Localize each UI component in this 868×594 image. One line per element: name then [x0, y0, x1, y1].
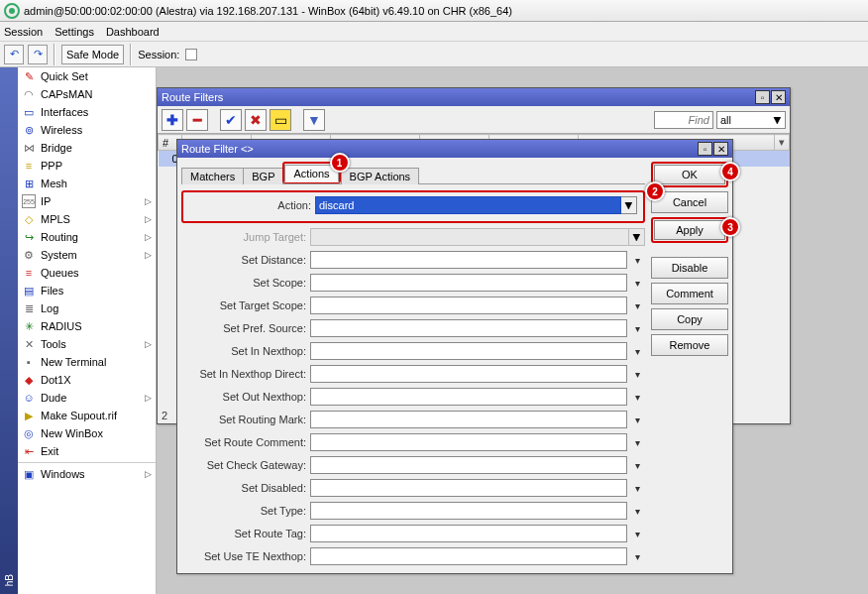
col-menu[interactable]: ▾: [775, 135, 790, 151]
chevron-right-icon: ▷: [145, 196, 152, 206]
sidebar-item-system[interactable]: ⚙System▷: [18, 246, 156, 264]
disable-button[interactable]: Disable: [651, 257, 728, 279]
ok-button[interactable]: OK: [654, 165, 725, 184]
remove-button[interactable]: Remove: [651, 334, 728, 356]
field-input[interactable]: [310, 251, 627, 269]
sidebar-item-ppp[interactable]: ≡PPP: [18, 157, 156, 175]
find-input[interactable]: [654, 111, 713, 129]
expand-field-button[interactable]: ▾: [629, 365, 645, 383]
menu-dashboard[interactable]: Dashboard: [106, 26, 160, 38]
sidebar-item-routing[interactable]: ↪Routing▷: [18, 228, 156, 246]
comment-button[interactable]: ▭: [270, 109, 291, 131]
sidebar-item-dot1x[interactable]: ◆Dot1X: [18, 371, 156, 389]
minimize-icon[interactable]: ▫: [755, 90, 770, 104]
sidebar-item-mesh[interactable]: ⊞Mesh: [18, 175, 156, 192]
remove-button[interactable]: ━: [186, 109, 208, 131]
close-icon[interactable]: ✕: [713, 142, 728, 156]
callout-4: 4: [720, 162, 740, 181]
sidebar-item-new-winbox[interactable]: ◎New WinBox: [18, 424, 156, 442]
action-dropdown-button[interactable]: ⯆: [621, 196, 637, 214]
tab-bgp-actions[interactable]: BGP Actions: [341, 168, 420, 184]
disable-button[interactable]: ✖: [245, 109, 267, 131]
sidebar-item-wireless[interactable]: ⊚Wireless: [18, 121, 156, 139]
session-checkbox[interactable]: [185, 49, 197, 60]
menu-session[interactable]: Session: [4, 26, 43, 38]
sidebar-item-exit[interactable]: ⇤Exit: [18, 442, 156, 460]
sidebar-item-windows[interactable]: ▣Windows▷: [18, 465, 156, 483]
comment-button[interactable]: Comment: [651, 283, 728, 304]
sidebar-item-quick-set[interactable]: ✎Quick Set: [18, 67, 156, 85]
sidebar-item-radius[interactable]: ✳RADIUS: [18, 317, 156, 335]
field-input[interactable]: [310, 297, 627, 314]
expand-field-button[interactable]: ▾: [629, 479, 645, 497]
apply-button[interactable]: Apply: [654, 220, 725, 240]
sidebar-icon: ⇤: [22, 444, 36, 458]
expand-field-button[interactable]: ▾: [629, 433, 645, 451]
undo-button[interactable]: ↶: [4, 45, 24, 64]
action-field[interactable]: discard: [315, 196, 621, 214]
field-input[interactable]: [310, 319, 627, 337]
field-input[interactable]: [310, 388, 627, 406]
expand-field-button[interactable]: ▾: [629, 388, 645, 406]
safe-mode-button[interactable]: Safe Mode: [61, 45, 124, 64]
add-button[interactable]: ✚: [162, 109, 183, 131]
sidebar-item-interfaces[interactable]: ▭Interfaces: [18, 103, 156, 121]
form-row: Set Use TE Nexthop:▾: [181, 546, 645, 566]
form-row: Set Route Tag:▾: [181, 524, 645, 543]
sidebar-item-bridge[interactable]: ⋈Bridge: [18, 139, 156, 157]
sidebar-item-queues[interactable]: ≡Queues: [18, 264, 156, 282]
expand-field-button[interactable]: ▾: [629, 297, 645, 314]
enable-button[interactable]: ✔: [220, 109, 242, 131]
sidebar-label: Dude: [41, 392, 66, 404]
app-title: admin@50:00:00:02:00:00 (Alestra) via 19…: [24, 5, 512, 17]
expand-field-button[interactable]: ▾: [629, 456, 645, 474]
minimize-icon[interactable]: ▫: [698, 142, 712, 156]
session-label: Session:: [138, 49, 179, 60]
chevron-down-icon: ⯆: [773, 115, 782, 125]
dropdown-button[interactable]: ⯆: [629, 228, 645, 246]
sidebar-icon: ↪: [22, 230, 36, 244]
field-input[interactable]: [310, 456, 627, 474]
filter-button[interactable]: ▼: [303, 109, 325, 131]
field-input[interactable]: [310, 274, 627, 292]
expand-field-button[interactable]: ▾: [629, 319, 645, 337]
expand-field-button[interactable]: ▾: [629, 502, 645, 520]
tab-matchers[interactable]: Matchers: [181, 168, 244, 184]
close-icon[interactable]: ✕: [771, 90, 786, 104]
sidebar-item-new-terminal[interactable]: ▪New Terminal: [18, 353, 156, 371]
expand-field-button[interactable]: ▾: [629, 547, 645, 565]
sidebar-icon: ◠: [22, 87, 36, 101]
field-input[interactable]: [310, 411, 627, 428]
field-input[interactable]: [310, 365, 627, 383]
sidebar-item-dude[interactable]: ☺Dude▷: [18, 389, 156, 407]
copy-button[interactable]: Copy: [651, 308, 728, 330]
field-input[interactable]: [310, 479, 627, 497]
field-input[interactable]: [310, 228, 629, 246]
sidebar-label: Log: [41, 302, 58, 314]
field-input[interactable]: [310, 433, 627, 451]
sidebar-item-mpls[interactable]: ◇MPLS▷: [18, 210, 156, 228]
field-input[interactable]: [310, 525, 627, 542]
sidebar-item-ip[interactable]: 255IP▷: [18, 192, 156, 210]
sidebar-label: Files: [41, 285, 63, 297]
filter-combo[interactable]: all ⯆: [716, 111, 786, 129]
sidebar-item-make-supout-rif[interactable]: ▶Make Supout.rif: [18, 407, 156, 424]
sidebar-item-files[interactable]: ▤Files: [18, 282, 156, 299]
expand-field-button[interactable]: ▾: [629, 411, 645, 428]
dialog-titlebar[interactable]: Route Filter <> ▫ ✕: [177, 140, 732, 158]
redo-button[interactable]: ↷: [28, 45, 48, 64]
route-filters-titlebar[interactable]: Route Filters ▫ ✕: [158, 88, 790, 106]
expand-field-button[interactable]: ▾: [629, 342, 645, 360]
tab-bgp[interactable]: BGP: [243, 168, 283, 184]
sidebar-item-tools[interactable]: ✕Tools▷: [18, 335, 156, 353]
menu-settings[interactable]: Settings: [54, 26, 94, 38]
expand-field-button[interactable]: ▾: [629, 525, 645, 542]
field-input[interactable]: [310, 342, 627, 360]
sidebar-item-log[interactable]: ≣Log: [18, 299, 156, 317]
expand-field-button[interactable]: ▾: [629, 274, 645, 292]
expand-field-button[interactable]: ▾: [629, 251, 645, 269]
sidebar-item-capsman[interactable]: ◠CAPsMAN: [18, 85, 156, 103]
field-input[interactable]: [310, 547, 627, 565]
chevron-right-icon: ▷: [145, 232, 152, 242]
field-input[interactable]: [310, 502, 627, 520]
